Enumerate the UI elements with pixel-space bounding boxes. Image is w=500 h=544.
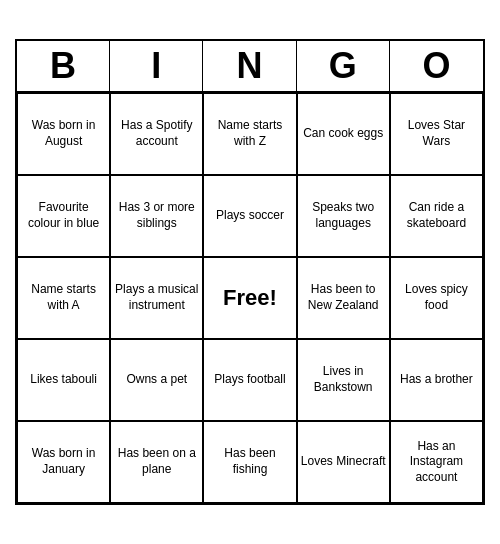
bingo-grid: Was born in AugustHas a Spotify accountN…: [17, 93, 483, 503]
bingo-cell: Can ride a skateboard: [390, 175, 483, 257]
bingo-cell: Has a brother: [390, 339, 483, 421]
bingo-letter: N: [203, 41, 296, 91]
bingo-cell: Has 3 or more siblings: [110, 175, 203, 257]
bingo-cell: Has been on a plane: [110, 421, 203, 503]
bingo-cell: Has an Instagram account: [390, 421, 483, 503]
free-cell: Free!: [203, 257, 296, 339]
bingo-cell: Was born in January: [17, 421, 110, 503]
bingo-cell: Owns a pet: [110, 339, 203, 421]
bingo-cell: Loves spicy food: [390, 257, 483, 339]
bingo-header: BINGO: [17, 41, 483, 93]
bingo-letter: B: [17, 41, 110, 91]
bingo-cell: Has been to New Zealand: [297, 257, 390, 339]
bingo-cell: Loves Star Wars: [390, 93, 483, 175]
bingo-cell: Speaks two languages: [297, 175, 390, 257]
bingo-cell: Loves Minecraft: [297, 421, 390, 503]
bingo-letter: O: [390, 41, 483, 91]
bingo-cell: Plays a musical instrument: [110, 257, 203, 339]
bingo-cell: Plays soccer: [203, 175, 296, 257]
bingo-letter: I: [110, 41, 203, 91]
bingo-card: BINGO Was born in AugustHas a Spotify ac…: [15, 39, 485, 505]
bingo-cell: Has been fishing: [203, 421, 296, 503]
bingo-cell: Name starts with A: [17, 257, 110, 339]
bingo-cell: Name starts with Z: [203, 93, 296, 175]
bingo-cell: Lives in Bankstown: [297, 339, 390, 421]
bingo-cell: Likes tabouli: [17, 339, 110, 421]
bingo-cell: Was born in August: [17, 93, 110, 175]
bingo-cell: Favourite colour in blue: [17, 175, 110, 257]
bingo-letter: G: [297, 41, 390, 91]
bingo-cell: Has a Spotify account: [110, 93, 203, 175]
bingo-cell: Can cook eggs: [297, 93, 390, 175]
bingo-cell: Plays football: [203, 339, 296, 421]
